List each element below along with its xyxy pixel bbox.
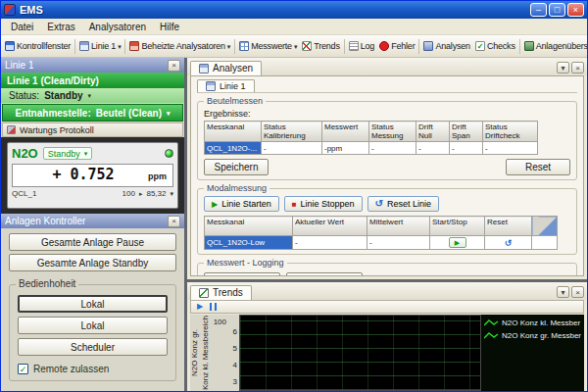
kontroller-panel-title: Anlagen Kontroller — [5, 216, 85, 226]
instrument-area: N2O Standby ▾ + 0.752 ppm QCL_1 — [1, 137, 184, 214]
tick-label: 6 — [233, 327, 237, 336]
panel-buttons: ▾ × — [557, 286, 584, 300]
menu-hilfe[interactable]: Hilfe — [154, 21, 185, 33]
toolbar-log[interactable]: Log — [347, 40, 376, 52]
wartungs-protokoll-bar[interactable]: Wartungs Protokoll — [2, 122, 183, 137]
menu-analysatoren[interactable]: Analysatoren — [83, 21, 152, 33]
maximize-icon[interactable]: □ — [549, 3, 565, 17]
analysis-icon — [423, 41, 433, 51]
speichern-button[interactable]: Speichern — [204, 159, 269, 175]
toolbar-anlagenuebersicht[interactable]: Anlagenübersicht — [522, 40, 587, 52]
chart-pause-button[interactable] — [210, 303, 217, 311]
row-reset-icon[interactable]: ↺ — [505, 238, 513, 248]
table-header-cell: Drift Span — [450, 122, 483, 142]
toolbar-label: Log — [361, 41, 374, 51]
toolbar-separator — [344, 39, 345, 54]
panel-menu-icon[interactable]: ▾ — [557, 62, 569, 74]
close-icon[interactable]: × — [571, 286, 584, 298]
table-cell[interactable]: - — [369, 142, 416, 155]
linie-panel-header[interactable]: Linie 1 × — [1, 58, 184, 73]
tick-label: 100 — [214, 318, 226, 326]
chart-play-button[interactable]: ▶ — [197, 303, 203, 311]
trend-plot-area[interactable] — [239, 315, 481, 391]
gesamte-anlage-standby-button[interactable]: Gesamte Anlage Standby — [9, 254, 176, 271]
dropdown-icon[interactable]: ▾ — [170, 190, 173, 197]
series-line-icon — [484, 318, 499, 327]
table-header-cell: Start/Stop — [430, 217, 485, 236]
logging-start-button[interactable]: Logging Start — [204, 272, 280, 276]
table-cell[interactable]: - — [416, 142, 450, 155]
toolbar-fehler[interactable]: Fehler — [377, 40, 416, 52]
gas-label: N2O — [12, 146, 38, 161]
lokal-button-2[interactable]: Lokal — [18, 317, 168, 334]
toolbar-checks[interactable]: ✓Checks — [473, 40, 517, 52]
toolbar-separator — [234, 39, 235, 54]
arrow-right-icon[interactable]: ▸ — [139, 190, 143, 198]
inner-tabstrip: Linie 1 — [197, 77, 577, 93]
trends-panel: Trends ▾ × ▶ N2O Konz gr. Messbereich Ko… — [187, 282, 587, 391]
table-header-cell: Mittelwert — [368, 217, 430, 236]
reset-linie-button[interactable]: ↺ Reset Linie — [368, 196, 439, 212]
trends-tab-icon — [199, 288, 209, 298]
table-cell[interactable]: - — [262, 142, 322, 155]
close-icon[interactable]: × — [567, 3, 584, 17]
tab-analysen[interactable]: Analysen — [190, 61, 262, 75]
entnahmestelle-button[interactable]: Entnahmestelle: Beutel (Clean) ▾ — [2, 104, 183, 122]
toolbar-beheizte-analysatoren[interactable]: Beheizte Analysatoren▾ — [127, 40, 232, 52]
secondary-value: 85,32 — [146, 189, 166, 198]
tab-trends[interactable]: Trends — [190, 285, 252, 300]
toolbar-kontrollfenster[interactable]: Kontrollfenster — [3, 40, 73, 52]
minimize-icon[interactable]: – — [530, 3, 547, 17]
table-cell[interactable]: QCL_1N2O-... — [205, 142, 262, 155]
table-cell[interactable]: - — [368, 236, 430, 250]
toolbar-analysen[interactable]: Analysen — [421, 40, 471, 52]
legend-label: N2O Konz kl. Messber — [502, 318, 580, 327]
toolbar-trends[interactable]: Trends — [300, 40, 341, 52]
heater-icon — [129, 41, 139, 51]
range-value: 100 — [122, 189, 135, 198]
row-play-button[interactable]: ▶ — [449, 237, 466, 248]
menu-extras[interactable]: Extras — [41, 21, 80, 33]
close-icon[interactable]: × — [571, 62, 584, 74]
check-icon: ✓ — [475, 41, 485, 51]
lokal-button-1[interactable]: Lokal — [18, 295, 168, 313]
error-icon — [379, 41, 389, 51]
close-icon[interactable]: × — [168, 216, 180, 227]
kontroller-body: Gesamte Anlage Pause Gesamte Anlage Stan… — [1, 228, 184, 391]
toolbar-linie1[interactable]: Linie 1▾ — [77, 40, 122, 52]
table-cell[interactable]: - — [450, 142, 483, 155]
status-label: Status: — [9, 90, 39, 101]
titlebar[interactable]: EMS – □ × — [1, 1, 587, 19]
gesamte-anlage-pause-button[interactable]: Gesamte Anlage Pause — [9, 233, 176, 251]
app-icon — [4, 4, 16, 16]
table-header-cell: Messkanal — [205, 217, 293, 236]
close-icon[interactable]: × — [168, 60, 180, 72]
scheduler-button[interactable]: Scheduler — [18, 338, 168, 356]
legend-item[interactable]: N2O Konz gr. Messber — [484, 331, 581, 340]
toolbar-label: Kontrollfenster — [17, 41, 71, 51]
kontroller-panel-header[interactable]: Anlagen Kontroller × — [1, 214, 184, 228]
logging-stop-button[interactable]: Logging Stop — [286, 272, 363, 276]
window-icon — [5, 41, 15, 51]
linie-stoppen-button[interactable]: ■ Linie Stoppen — [284, 196, 363, 212]
panel-menu-icon[interactable]: ▾ — [557, 286, 569, 298]
remote-zulassen-checkbox[interactable]: ✓ — [18, 364, 28, 374]
tab-linie1[interactable]: Linie 1 — [197, 79, 255, 92]
linie-starten-button[interactable]: ▶ Linie Starten — [204, 196, 279, 212]
entnahmestelle-label: Entnahmestelle: — [16, 108, 91, 119]
dropdown-icon: ▾ — [167, 110, 171, 117]
status-dropdown-row[interactable]: Status: Standby ▾ — [1, 88, 184, 103]
menu-datei[interactable]: Datei — [5, 21, 39, 33]
table-cell[interactable]: - — [293, 236, 368, 250]
instrument-mode-dropdown[interactable]: Standby ▾ — [43, 147, 93, 160]
reset-button[interactable]: Reset — [506, 159, 570, 175]
window-controls: – □ × — [530, 3, 584, 17]
window-title: EMS — [20, 4, 43, 16]
dropdown-icon: ▾ — [227, 43, 230, 50]
table-cell[interactable]: QCL_1N2O-Low — [205, 236, 293, 250]
start-stop-cell: ▶ — [430, 236, 485, 250]
table-cell[interactable]: -ppm — [322, 142, 369, 155]
table-cell[interactable]: - — [483, 142, 538, 155]
legend-item[interactable]: N2O Konz kl. Messber — [484, 318, 581, 327]
toolbar-messwerte[interactable]: Messwerte▾ — [237, 40, 299, 52]
